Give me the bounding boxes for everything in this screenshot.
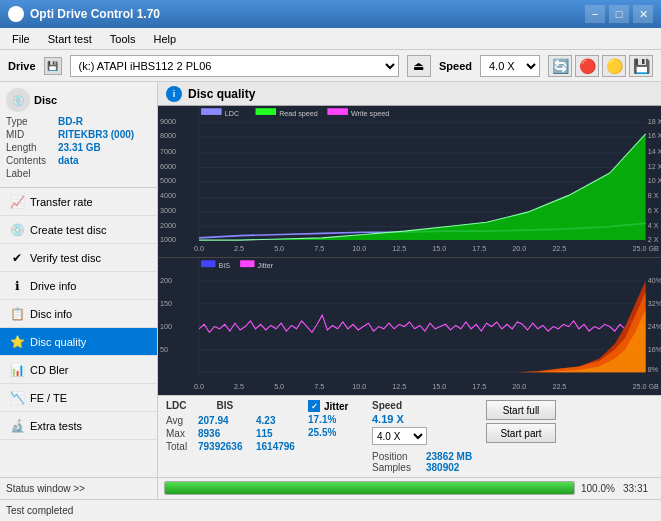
maximize-button[interactable]: □ [609,5,629,23]
drive-select[interactable]: (k:) ATAPI iHBS112 2 PL06 [70,55,399,77]
svg-text:8 X: 8 X [648,190,659,199]
status-window-label[interactable]: Status window >> [0,478,158,499]
svg-text:9000: 9000 [160,117,176,126]
stats-area: LDC BIS Avg 207.94 4.23 Max 8936 115 Tot… [158,395,661,477]
menu-help[interactable]: Help [145,31,184,47]
jitter-header: Jitter [324,401,348,412]
content-header-icon: i [166,86,182,102]
svg-text:17.5: 17.5 [472,244,486,253]
disc-info-icon: 📋 [10,307,24,321]
speed-select2[interactable]: 4.0 X [372,427,427,445]
svg-text:14 X: 14 X [648,147,661,156]
sidebar-item-extra-tests[interactable]: 🔬 Extra tests [0,412,157,440]
position-label: Position [372,451,420,462]
sidebar-item-disc-quality[interactable]: ⭐ Disc quality [0,328,157,356]
max-jitter: 25.5% [308,427,360,438]
svg-text:0.0: 0.0 [194,244,204,253]
svg-text:8%: 8% [648,365,659,374]
close-button[interactable]: ✕ [633,5,653,23]
eject-button[interactable]: ⏏ [407,55,431,77]
svg-text:7.5: 7.5 [314,244,324,253]
titlebar-controls: − □ ✕ [585,5,653,23]
avg-ldc: 207.94 [198,415,250,426]
mid-value: RITEKBR3 (000) [58,129,134,140]
speed-stats: Speed 4.19 X 4.0 X Position 23862 MB Sam… [372,400,478,473]
menu-tools[interactable]: Tools [102,31,144,47]
menubar: File Start test Tools Help [0,28,661,50]
svg-text:8000: 8000 [160,131,176,140]
ldc-bis-stats: LDC BIS Avg 207.94 4.23 Max 8936 115 Tot… [166,400,296,452]
config-button[interactable]: 🟡 [602,55,626,77]
minimize-button[interactable]: − [585,5,605,23]
svg-text:5.0: 5.0 [274,244,284,253]
svg-text:Read speed: Read speed [279,109,318,118]
disc-icon: 💿 [6,88,30,112]
sidebar-item-transfer-rate[interactable]: 📈 Transfer rate [0,188,157,216]
svg-text:150: 150 [160,298,172,307]
svg-text:20.0: 20.0 [512,244,526,253]
verify-test-disc-icon: ✔ [10,251,24,265]
svg-text:100: 100 [160,321,172,330]
sidebar-item-verify-test-disc[interactable]: ✔ Verify test disc [0,244,157,272]
drivebar: Drive 💾 (k:) ATAPI iHBS112 2 PL06 ⏏ Spee… [0,50,661,82]
svg-text:4000: 4000 [160,190,176,199]
svg-text:10.0: 10.0 [352,382,366,391]
menu-start-test[interactable]: Start test [40,31,100,47]
svg-text:16 X: 16 X [648,131,661,140]
svg-text:15.0: 15.0 [432,382,446,391]
svg-text:40%: 40% [648,276,661,285]
total-bis: 1614796 [256,441,296,452]
sidebar-item-fe-te[interactable]: 📉 FE / TE [0,384,157,412]
svg-text:25.0 GB: 25.0 GB [632,244,658,253]
app-icon [8,6,24,22]
transfer-rate-icon: 📈 [10,195,24,209]
speed-select[interactable]: 4.0 X [480,55,540,77]
save-button[interactable]: 💾 [629,55,653,77]
bottom-chart: BIS Jitter 200 150 100 50 40% 32% 24% 16… [158,258,661,395]
sidebar-item-create-test-disc[interactable]: 💿 Create test disc [0,216,157,244]
max-bis: 115 [256,428,296,439]
drive-info-icon: ℹ [10,279,24,293]
main-content: 💿 Disc Type BD-R MID RITEKBR3 (000) Leng… [0,82,661,477]
svg-text:32%: 32% [648,298,661,307]
svg-text:Write speed: Write speed [351,109,389,118]
settings-button[interactable]: 🔴 [575,55,599,77]
fe-te-icon: 📉 [10,391,24,405]
extra-tests-icon: 🔬 [10,419,24,433]
svg-text:5000: 5000 [160,176,176,185]
sidebar-label-create-test-disc: Create test disc [30,224,106,236]
svg-text:12.5: 12.5 [392,382,406,391]
start-full-button[interactable]: Start full [486,400,556,420]
sidebar-label-transfer-rate: Transfer rate [30,196,93,208]
create-test-disc-icon: 💿 [10,223,24,237]
menu-file[interactable]: File [4,31,38,47]
svg-text:6 X: 6 X [648,206,659,215]
svg-text:Jitter: Jitter [258,261,274,270]
jitter-stats: ✓ Jitter 17.1% 25.5% [308,400,360,438]
type-label: Type [6,116,54,127]
sidebar-label-disc-info: Disc info [30,308,72,320]
bottom-chart-svg: BIS Jitter 200 150 100 50 40% 32% 24% 16… [158,258,661,395]
refresh-button[interactable]: 🔄 [548,55,572,77]
start-part-button[interactable]: Start part [486,423,556,443]
sidebar-menu: 📈 Transfer rate 💿 Create test disc ✔ Ver… [0,188,157,477]
svg-text:200: 200 [160,276,172,285]
sidebar-item-disc-info[interactable]: 📋 Disc info [0,300,157,328]
svg-text:7.5: 7.5 [314,382,324,391]
svg-text:1000: 1000 [160,235,176,244]
sidebar-label-extra-tests: Extra tests [30,420,82,432]
sidebar-label-cd-bler: CD Bler [30,364,69,376]
svg-text:BIS: BIS [219,261,231,270]
sidebar-item-drive-info[interactable]: ℹ Drive info [0,272,157,300]
max-ldc: 8936 [198,428,250,439]
samples-value: 380902 [426,462,478,473]
svg-text:12.5: 12.5 [392,244,406,253]
svg-text:15.0: 15.0 [432,244,446,253]
svg-text:10.0: 10.0 [352,244,366,253]
content-area: i Disc quality [158,82,661,477]
sidebar-label-disc-quality: Disc quality [30,336,86,348]
svg-text:5.0: 5.0 [274,382,284,391]
jitter-checkbox[interactable]: ✓ [308,400,320,412]
length-label: Length [6,142,54,153]
sidebar-item-cd-bler[interactable]: 📊 CD Bler [0,356,157,384]
